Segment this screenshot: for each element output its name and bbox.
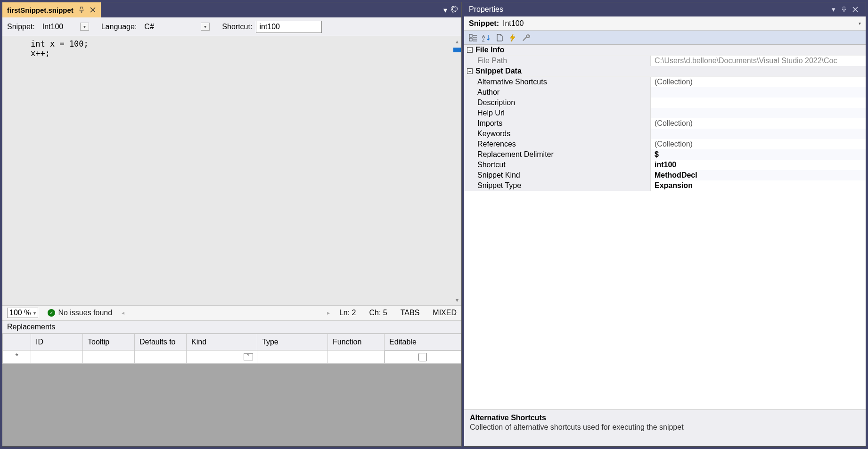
prop-row-imports[interactable]: Imports (Collection) [464, 118, 866, 129]
col-tooltip[interactable]: Tooltip [83, 334, 135, 350]
prop-row-author[interactable]: Author [464, 87, 866, 98]
scroll-up-icon[interactable]: ▴ [456, 36, 459, 47]
replacements-title: Replacements [2, 320, 461, 333]
prop-row-alt-shortcuts[interactable]: Alternative Shortcuts (Collection) [464, 77, 866, 87]
properties-title: Properties [469, 5, 503, 14]
properties-selector[interactable]: Snippet: Int100 ▾ [464, 16, 866, 31]
scrollbar-vertical[interactable]: ▴ ▾ [453, 36, 461, 305]
status-mixed[interactable]: MIXED [433, 309, 457, 317]
prop-row-type[interactable]: Snippet Type Expansion [464, 180, 866, 191]
wrench-icon[interactable] [522, 33, 530, 42]
snippet-dropdown[interactable]: ▾ [80, 23, 89, 31]
cell-function[interactable] [328, 350, 385, 364]
categorize-icon[interactable] [469, 33, 477, 42]
prop-val[interactable]: int100 [650, 160, 866, 170]
prop-val[interactable] [650, 87, 866, 98]
prop-row-helpurl[interactable]: Help Url [464, 108, 866, 118]
prop-row-kind[interactable]: Snippet Kind MethodDecl [464, 170, 866, 180]
gear-icon[interactable] [450, 5, 458, 15]
prop-val: C:\Users\d.bellone\Documents\Visual Stud… [650, 56, 866, 66]
language-value: C# [140, 23, 197, 31]
chevron-down-icon[interactable]: ▾ [859, 21, 861, 26]
cell-type[interactable] [257, 350, 328, 364]
col-defaults[interactable]: Defaults to [135, 334, 187, 350]
scroll-down-icon[interactable]: ▾ [456, 295, 459, 305]
cell-tooltip[interactable] [83, 350, 135, 364]
prop-val[interactable] [650, 129, 866, 139]
prop-val[interactable] [650, 98, 866, 108]
col-kind[interactable]: Kind [187, 334, 257, 350]
prop-row-shortcut[interactable]: Shortcut int100 [464, 160, 866, 170]
property-pages-icon[interactable] [495, 33, 504, 42]
col-editable[interactable]: Editable [385, 334, 461, 350]
prop-val[interactable]: MethodDecl [650, 170, 866, 180]
status-tabs[interactable]: TABS [401, 309, 420, 317]
issues-status[interactable]: ✓ No issues found [48, 309, 112, 317]
snippet-value: Int100 [39, 23, 76, 31]
table-header-row: ID Tooltip Defaults to Kind Type Functio… [3, 334, 461, 350]
category-file-info[interactable]: − File Info [464, 45, 866, 56]
zoom-selector[interactable]: 100 % ▾ [7, 308, 38, 318]
col-function[interactable]: Function [328, 334, 385, 350]
nav-next-icon[interactable]: ▸ [327, 310, 330, 316]
svg-rect-0 [469, 34, 472, 37]
cell-defaults[interactable] [135, 350, 187, 364]
language-label: Language: [101, 23, 137, 31]
status-ch[interactable]: Ch: 5 [369, 309, 387, 317]
cell-editable[interactable] [385, 351, 461, 364]
tab-active[interactable]: firstSnippet.snippet [2, 2, 101, 17]
prop-row-filepath[interactable]: File Path C:\Users\d.bellone\Documents\V… [464, 56, 866, 66]
table-row[interactable]: * ˅ [3, 350, 461, 364]
prop-row-delimiter[interactable]: Replacement Delimiter $ [464, 149, 866, 160]
replacements-table: ID Tooltip Defaults to Kind Type Functio… [2, 333, 461, 447]
prop-val[interactable]: (Collection) [650, 118, 866, 129]
editable-checkbox[interactable] [418, 353, 427, 361]
shortcut-input[interactable]: int100 [256, 21, 322, 33]
col-marker[interactable] [3, 334, 31, 350]
selector-value: Int100 [503, 19, 524, 28]
collapse-icon[interactable]: − [467, 47, 473, 53]
nav-prev-icon[interactable]: ◂ [122, 310, 124, 316]
category-snippet-data[interactable]: − Snippet Data [464, 66, 866, 77]
prop-key: Description [464, 98, 650, 108]
gutter [2, 36, 26, 305]
prop-row-description[interactable]: Description [464, 98, 866, 108]
prop-val[interactable]: (Collection) [650, 139, 866, 149]
sort-alpha-icon[interactable]: AZ [482, 33, 491, 42]
prop-row-keywords[interactable]: Keywords [464, 129, 866, 139]
prop-key: Keywords [464, 129, 650, 139]
chevron-down-icon[interactable]: ▾ [33, 310, 36, 316]
cell-kind[interactable]: ˅ [187, 350, 257, 364]
selector-label: Snippet: [469, 19, 499, 28]
lightning-icon[interactable] [508, 33, 517, 42]
collapse-icon[interactable]: − [467, 68, 473, 74]
col-type[interactable]: Type [257, 334, 328, 350]
chevron-down-icon[interactable]: ▾ [829, 5, 838, 14]
shortcut-value: int100 [259, 23, 280, 31]
prop-val[interactable] [650, 108, 866, 118]
col-id[interactable]: ID [31, 334, 83, 350]
row-marker: * [3, 350, 31, 364]
category-name: Snippet Data [475, 67, 522, 75]
close-icon[interactable] [850, 6, 861, 14]
prop-val[interactable]: (Collection) [650, 77, 866, 87]
check-icon: ✓ [48, 309, 55, 317]
prop-row-references[interactable]: References (Collection) [464, 139, 866, 149]
chevron-down-icon[interactable]: ▾ [443, 6, 447, 15]
chevron-down-icon[interactable]: ˅ [244, 353, 253, 360]
properties-toolbar: AZ [464, 31, 866, 45]
prop-val[interactable]: Expansion [650, 180, 866, 191]
status-ln[interactable]: Ln: 2 [339, 309, 356, 317]
category-name: File Info [475, 46, 504, 54]
properties-titlebar: Properties ▾ [464, 2, 866, 16]
pin-icon[interactable] [78, 7, 85, 13]
pin-icon[interactable] [838, 6, 850, 14]
language-dropdown[interactable]: ▾ [201, 23, 210, 31]
prop-key: Snippet Type [464, 180, 650, 191]
prop-val[interactable]: $ [650, 149, 866, 160]
cell-id[interactable] [31, 350, 83, 364]
code-text[interactable]: int x = 100; x++; [26, 36, 453, 305]
prop-key: Alternative Shortcuts [464, 77, 650, 87]
code-editor[interactable]: int x = 100; x++; ▴ ▾ [2, 36, 461, 305]
close-icon[interactable] [90, 7, 96, 13]
